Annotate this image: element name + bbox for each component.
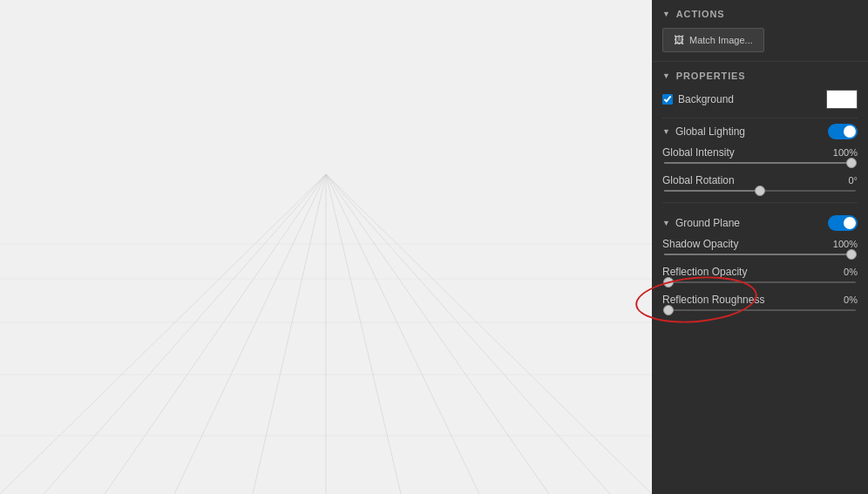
background-color-swatch[interactable] — [826, 90, 858, 109]
global-intensity-value: 100% — [833, 147, 858, 158]
properties-title: PROPERTIES — [676, 71, 746, 81]
shadow-opacity-row: Shadow Opacity 100% — [662, 238, 858, 255]
ground-plane-header: ▼ Ground Plane — [662, 215, 858, 231]
shadow-opacity-thumb[interactable] — [846, 249, 857, 260]
reflection-opacity-label-row: Reflection Opacity 0% — [662, 266, 858, 278]
reflection-roughness-thumb[interactable] — [663, 305, 674, 315]
svg-line-3 — [174, 174, 326, 494]
actions-chevron-icon: ▼ — [662, 10, 671, 18]
global-rotation-label: Global Rotation — [662, 174, 735, 186]
global-lighting-toggle[interactable] — [828, 124, 858, 139]
reflection-opacity-label: Reflection Opacity — [662, 266, 747, 278]
reflection-opacity-track[interactable] — [664, 281, 856, 283]
divider-1 — [662, 118, 858, 118]
match-image-button[interactable]: 🖼 Match Image... — [662, 28, 764, 52]
global-intensity-label: Global Intensity — [662, 146, 735, 159]
global-intensity-label-row: Global Intensity 100% — [662, 146, 858, 159]
svg-line-10 — [326, 174, 652, 494]
svg-line-0 — [0, 174, 326, 494]
ground-plane-title: ▼ Ground Plane — [662, 217, 740, 229]
reflection-opacity-row: Reflection Opacity 0% — [662, 266, 858, 283]
global-lighting-label: Global Lighting — [675, 125, 745, 138]
background-label-group: Background — [662, 93, 734, 105]
svg-line-2 — [105, 174, 326, 494]
reflection-roughness-label: Reflection Roughness — [662, 294, 764, 306]
global-lighting-title: ▼ Global Lighting — [662, 125, 745, 138]
actions-section: ▼ ACTIONS 🖼 Match Image... — [652, 0, 868, 62]
shadow-opacity-track[interactable] — [664, 254, 856, 255]
background-label: Background — [678, 93, 734, 105]
svg-line-1 — [44, 174, 326, 494]
svg-line-7 — [326, 174, 479, 494]
svg-line-4 — [253, 174, 326, 494]
svg-line-6 — [326, 174, 401, 494]
global-lighting-chevron-icon: ▼ — [662, 127, 670, 136]
svg-line-9 — [326, 174, 610, 494]
background-checkbox[interactable] — [662, 94, 673, 105]
match-image-icon: 🖼 — [674, 34, 684, 46]
properties-header: ▼ PROPERTIES — [662, 71, 858, 81]
global-rotation-row: Global Rotation 0° — [662, 174, 858, 192]
global-intensity-fill — [664, 162, 856, 164]
shadow-opacity-label-row: Shadow Opacity 100% — [662, 238, 858, 250]
global-rotation-label-row: Global Rotation 0° — [662, 174, 858, 186]
divider-2 — [662, 202, 858, 203]
background-row: Background — [662, 90, 858, 109]
properties-chevron-icon: ▼ — [662, 71, 671, 80]
reflection-opacity-thumb[interactable] — [663, 277, 674, 288]
reflection-roughness-track[interactable] — [664, 309, 856, 311]
properties-panel: ▼ ACTIONS 🖼 Match Image... ▼ PROPERTIES … — [652, 0, 868, 494]
ground-plane-toggle[interactable] — [828, 215, 858, 231]
reflection-roughness-row: Reflection Roughness 0% — [662, 294, 858, 311]
properties-section: ▼ PROPERTIES Background ▼ Global Lightin… — [652, 62, 868, 330]
reflection-roughness-value: 0% — [844, 294, 858, 305]
global-rotation-thumb[interactable] — [755, 186, 765, 196]
canvas-viewport — [0, 0, 652, 494]
reflection-opacity-value: 0% — [844, 267, 858, 277]
global-lighting-header: ▼ Global Lighting — [662, 124, 858, 139]
global-intensity-row: Global Intensity 100% — [662, 146, 858, 164]
ground-plane-label: Ground Plane — [675, 217, 740, 229]
reflection-roughness-label-row: Reflection Roughness 0% — [662, 294, 858, 306]
shadow-opacity-label: Shadow Opacity — [662, 238, 738, 250]
global-intensity-thumb[interactable] — [846, 158, 857, 168]
global-rotation-value: 0° — [848, 175, 858, 186]
ground-plane-chevron-icon: ▼ — [662, 219, 670, 227]
match-image-label: Match Image... — [689, 35, 753, 45]
global-rotation-fill — [664, 190, 760, 192]
actions-header: ▼ ACTIONS — [662, 9, 858, 19]
actions-title: ACTIONS — [676, 9, 725, 19]
svg-line-8 — [326, 174, 549, 494]
shadow-opacity-fill — [664, 254, 856, 255]
shadow-opacity-value: 100% — [833, 239, 858, 249]
global-rotation-track[interactable] — [664, 190, 856, 192]
global-intensity-track[interactable] — [664, 162, 856, 164]
